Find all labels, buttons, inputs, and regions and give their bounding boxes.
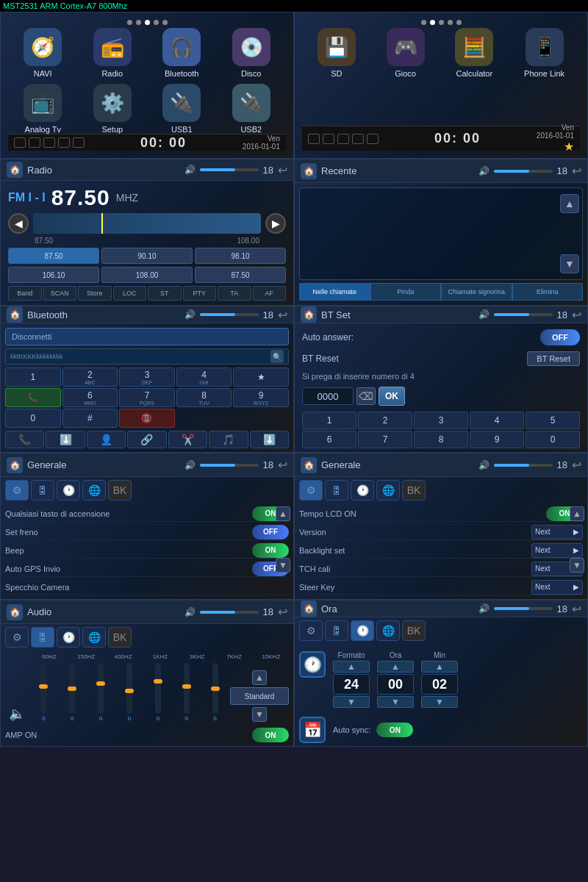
home-icon-recente[interactable]: 🏠 xyxy=(301,163,317,179)
ora-tab-globe[interactable]: 🌐 xyxy=(376,620,400,641)
app-phone-link[interactable]: 📱 Phone Link xyxy=(524,28,564,78)
min-down[interactable]: ▼ xyxy=(421,696,458,708)
app-navi[interactable]: 🧭 NAVI xyxy=(24,28,62,78)
back-btn-gen1[interactable]: ↩ xyxy=(278,458,287,472)
gen1-tab-bk[interactable]: BK xyxy=(108,480,132,501)
vol-slider-audio[interactable] xyxy=(200,611,259,614)
tab-nelle-chiamate[interactable]: Nelle chiamate xyxy=(299,283,370,301)
vol-slider-radio[interactable] xyxy=(200,168,259,171)
bt-func-6[interactable]: 🎵 xyxy=(209,431,248,448)
radio-next-button[interactable]: ▶ xyxy=(265,213,286,234)
audio-tab-clock[interactable]: 🕐 xyxy=(57,627,80,648)
eq-scroll-down[interactable]: ▼ xyxy=(252,707,267,722)
back-btn-ora[interactable]: ↩ xyxy=(572,602,581,616)
preset-1[interactable]: 87.50 xyxy=(8,248,99,264)
gen1-scroll-down[interactable]: ▼ xyxy=(276,558,290,573)
gen1-tab-globe[interactable]: 🌐 xyxy=(82,480,106,501)
eq-bar-4[interactable]: 0 xyxy=(144,663,171,722)
ora-up[interactable]: ▲ xyxy=(377,661,414,673)
formato-up[interactable]: ▲ xyxy=(333,661,370,673)
back-btn-btset[interactable]: ↩ xyxy=(572,308,581,322)
back-btn-recente[interactable]: ↩ xyxy=(572,164,581,178)
preset-4[interactable]: 106.10 xyxy=(8,267,99,283)
app-gioco[interactable]: 🎮 Gioco xyxy=(387,28,425,78)
vol-slider-bt[interactable] xyxy=(200,313,259,316)
func-band[interactable]: Band xyxy=(8,286,42,301)
auto-answer-toggle[interactable]: OFF xyxy=(540,329,580,345)
eq-bar-5[interactable]: 0 xyxy=(173,663,200,722)
gen2-tab-clock[interactable]: 🕐 xyxy=(351,480,374,501)
auto-sync-toggle[interactable]: ON xyxy=(376,723,413,737)
back-btn-gen2[interactable]: ↩ xyxy=(572,458,581,472)
func-loc[interactable]: LOC xyxy=(113,286,147,301)
ora-down[interactable]: ▼ xyxy=(377,696,414,708)
app-analog-tv[interactable]: 📺 Analog Tv xyxy=(24,84,62,134)
gen2-tab-eq[interactable]: 🎛 xyxy=(325,480,348,501)
bnum-9[interactable]: 9 xyxy=(470,431,524,448)
bnum-1[interactable]: 1 xyxy=(302,412,356,429)
home-icon-audio[interactable]: 🏠 xyxy=(7,604,23,620)
back-btn-radio[interactable]: ↩ xyxy=(278,163,287,177)
bnum-2[interactable]: 2 xyxy=(358,412,412,429)
vol-slider-recente[interactable] xyxy=(494,170,553,173)
bt-search-icon[interactable]: 🔍 xyxy=(270,350,284,363)
app-bluetooth[interactable]: 🎧 Bluetooth xyxy=(162,28,201,78)
radio-freq-bar[interactable] xyxy=(33,213,261,234)
num-star[interactable]: ★ xyxy=(233,368,289,387)
gen1-scroll-up[interactable]: ▲ xyxy=(276,506,290,521)
bt-func-5[interactable]: ✂️ xyxy=(168,431,207,448)
home-icon-btset[interactable]: 🏠 xyxy=(301,306,317,323)
radio-prev-button[interactable]: ◀ xyxy=(8,213,29,234)
preset-6[interactable]: 87.50 xyxy=(195,267,286,283)
audio-tab-bk[interactable]: BK xyxy=(108,627,132,648)
func-ta[interactable]: TA xyxy=(218,286,251,301)
tab-pinda[interactable]: Pinda xyxy=(370,283,442,301)
home-icon-radio[interactable]: 🏠 xyxy=(7,162,23,178)
gen1-tab-settings[interactable]: ⚙ xyxy=(5,480,29,501)
func-af[interactable]: AF xyxy=(253,286,287,301)
bnum-4[interactable]: 4 xyxy=(470,412,524,429)
disconnect-button[interactable]: Disconnetti xyxy=(5,328,289,345)
ora-tab-eq[interactable]: 🎛 xyxy=(325,620,348,641)
preset-5[interactable]: 108.00 xyxy=(101,267,193,283)
num-8[interactable]: 8TUV xyxy=(176,388,232,407)
bnum-3[interactable]: 3 xyxy=(414,412,468,429)
home-icon-gen2[interactable]: 🏠 xyxy=(301,457,317,473)
app-calculator[interactable]: 🧮 Calculator xyxy=(455,28,493,78)
eq-scroll-up[interactable]: ▲ xyxy=(252,670,267,685)
app-sd[interactable]: 💾 SD xyxy=(318,28,356,78)
eq-bar-1[interactable]: 0 xyxy=(59,663,86,722)
app-radio[interactable]: 📻 Radio xyxy=(93,28,132,78)
func-st[interactable]: ST xyxy=(148,286,182,301)
call-green-button[interactable]: 📞 xyxy=(5,388,61,407)
func-pty[interactable]: PTY xyxy=(183,286,217,301)
min-up[interactable]: ▲ xyxy=(421,661,458,673)
num-2[interactable]: 2ABC xyxy=(62,368,118,387)
bt-reset-button[interactable]: BT Reset xyxy=(527,351,580,366)
vol-slider-btset[interactable] xyxy=(494,313,553,316)
num-hash[interactable]: # xyxy=(62,409,118,428)
func-store[interactable]: Store xyxy=(78,286,112,301)
vol-slider-ora[interactable] xyxy=(494,607,553,610)
call-red-button[interactable]: 📵 xyxy=(119,409,175,428)
calendar-icon[interactable]: 📅 xyxy=(299,717,326,743)
app-usb2[interactable]: 🔌 USB2 xyxy=(232,84,270,134)
gen1-tab-eq[interactable]: 🎛 xyxy=(31,480,54,501)
eq-bar-0[interactable]: 0 xyxy=(30,663,57,722)
gen2-tab-bk[interactable]: BK xyxy=(402,480,426,501)
scroll-down-recente[interactable]: ▼ xyxy=(560,254,579,273)
gen2-scroll-up[interactable]: ▲ xyxy=(570,506,584,521)
num-9[interactable]: 9WXYZ xyxy=(233,388,289,407)
bnum-5[interactable]: 5 xyxy=(526,412,580,429)
home-icon-gen1[interactable]: 🏠 xyxy=(7,457,23,473)
pin-input[interactable] xyxy=(302,387,354,405)
num-1[interactable]: 1 xyxy=(5,368,61,387)
bnum-7[interactable]: 7 xyxy=(358,431,412,448)
gen1-tab-clock[interactable]: 🕐 xyxy=(57,480,80,501)
vol-slider-gen2[interactable] xyxy=(494,464,553,467)
ora-tab-bk[interactable]: BK xyxy=(402,620,426,641)
vol-slider-gen1[interactable] xyxy=(200,464,259,467)
pin-del-button[interactable]: ⌫ xyxy=(356,387,376,405)
audio-tab-settings[interactable]: ⚙ xyxy=(5,627,29,648)
bt-func-3[interactable]: 👤 xyxy=(87,431,126,448)
